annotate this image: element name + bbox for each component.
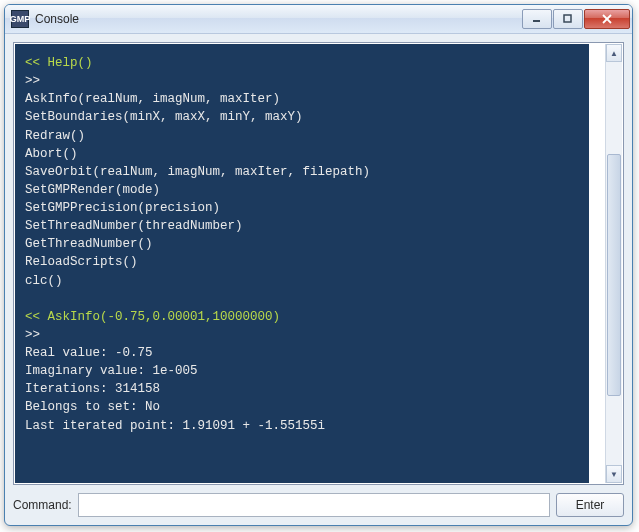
console-line: << Help() <box>25 54 581 72</box>
command-input[interactable] <box>78 493 550 517</box>
console-line: GetThreadNumber() <box>25 235 581 253</box>
scrollbar[interactable]: ▲ ▼ <box>605 44 622 483</box>
console-line: Real value: -0.75 <box>25 344 581 362</box>
console-line: Redraw() <box>25 127 581 145</box>
console-line: clc() <box>25 272 581 290</box>
window-title: Console <box>35 12 521 26</box>
console-line: SetGMPRender(mode) <box>25 181 581 199</box>
titlebar[interactable]: GMP Console <box>5 5 632 34</box>
console-line: Last iterated point: 1.91091 + -1.55155i <box>25 417 581 435</box>
console-line: >> <box>25 326 581 344</box>
enter-button[interactable]: Enter <box>556 493 624 517</box>
command-bar: Command: Enter <box>13 493 624 517</box>
svg-rect-1 <box>564 15 571 22</box>
scroll-down-icon[interactable]: ▼ <box>606 465 622 483</box>
console-line: >> <box>25 72 581 90</box>
close-button[interactable] <box>584 9 630 29</box>
console-line: Imaginary value: 1e-005 <box>25 362 581 380</box>
console-line: Abort() <box>25 145 581 163</box>
console-line: SetBoundaries(minX, maxX, minY, maxY) <box>25 108 581 126</box>
minimize-button[interactable] <box>522 9 552 29</box>
scroll-thumb[interactable] <box>607 154 621 396</box>
console-line: Belongs to set: No <box>25 398 581 416</box>
app-icon: GMP <box>11 10 29 28</box>
scroll-up-icon[interactable]: ▲ <box>606 44 622 62</box>
client-area: << Help() >> AskInfo(realNum, imagNum, m… <box>5 34 632 525</box>
console-line: SaveOrbit(realNum, imagNum, maxIter, fil… <box>25 163 581 181</box>
console-line: ReloadScripts() <box>25 253 581 271</box>
console-line: SetThreadNumber(threadNumber) <box>25 217 581 235</box>
maximize-button[interactable] <box>553 9 583 29</box>
command-label: Command: <box>13 498 72 512</box>
console-output[interactable]: << Help() >> AskInfo(realNum, imagNum, m… <box>15 44 589 483</box>
console-window: GMP Console << Help() >> AskInfo(realNum… <box>4 4 633 526</box>
console-frame: << Help() >> AskInfo(realNum, imagNum, m… <box>13 42 624 485</box>
console-line: Iterations: 314158 <box>25 380 581 398</box>
console-line: << AskInfo(-0.75,0.00001,10000000) <box>25 308 581 326</box>
window-controls <box>521 9 630 29</box>
console-line: SetGMPPrecision(precision) <box>25 199 581 217</box>
console-line: AskInfo(realNum, imagNum, maxIter) <box>25 90 581 108</box>
